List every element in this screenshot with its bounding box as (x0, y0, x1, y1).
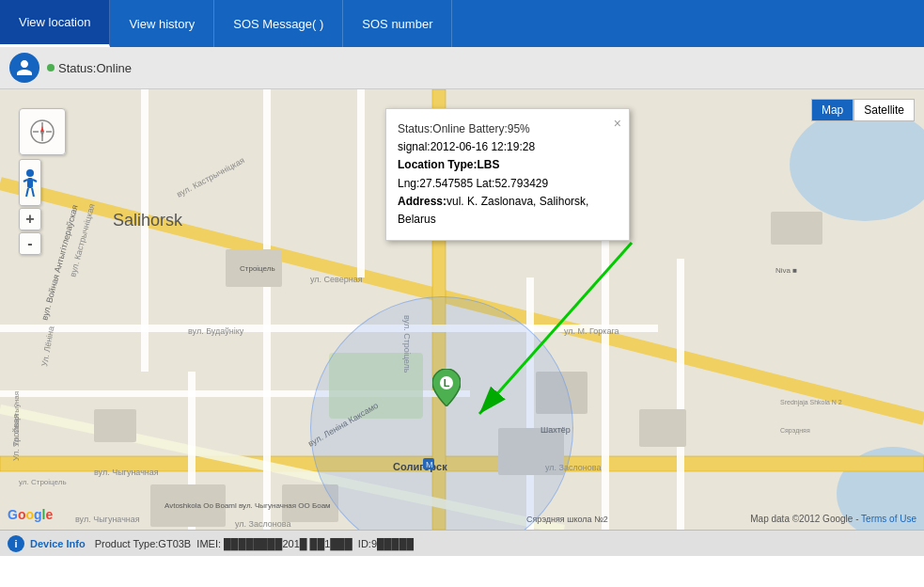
svg-line-72 (32, 188, 34, 197)
svg-text:вул. Чыгуначная: вул. Чыгуначная (75, 515, 140, 524)
tab-sos-message[interactable]: SOS Message( ) (214, 0, 343, 47)
map-footer: Map data ©2012 Google - Terms of Use (750, 514, 916, 524)
terms-of-use-link[interactable]: Terms of Use (861, 514, 916, 524)
map-controls: + - (19, 108, 66, 255)
svg-text:Salihorsk: Salihorsk (113, 211, 183, 230)
svg-rect-10 (263, 89, 271, 530)
tab-view-location[interactable]: View location (0, 0, 110, 47)
location-marker: L (432, 369, 461, 409)
popup-signal: signal:2012-06-16 12:19:28 (398, 138, 618, 156)
svg-text:вул. Чыгуначная: вул. Чыгуначная (94, 468, 159, 477)
svg-point-67 (26, 169, 34, 177)
svg-rect-7 (0, 325, 658, 332)
map-toggle-button[interactable]: Map (811, 99, 854, 121)
id-value: ID:9█████ (358, 538, 414, 549)
popup-status: Status:Online Battery:95% (398, 120, 618, 138)
svg-line-69 (23, 180, 27, 182)
svg-text:ул. Северная: ул. Северная (310, 275, 363, 284)
google-logo: Google (8, 507, 53, 522)
zoom-out-button[interactable]: - (19, 232, 41, 255)
status-bar: Status:Online (0, 47, 924, 89)
svg-rect-22 (771, 212, 822, 245)
bottom-bar: i Device Info Product Type:GT03B IMEI: █… (0, 530, 924, 556)
product-type: Product Type:GT03B (95, 538, 192, 549)
popup-location-type: Location Type:LBS (398, 156, 618, 174)
tab-sos-number[interactable]: SOS number (343, 0, 452, 47)
svg-text:Ул. Спартыўная: Ул. Спартыўная (12, 391, 21, 447)
map-container[interactable]: вул. Войная Антыгітлераўская вул. Леніна… (0, 89, 924, 530)
user-icon (15, 58, 34, 77)
svg-text:Сярэдняя: Сярэдняя (780, 427, 810, 435)
svg-text:ул. М. Горкага: ул. М. Горкага (564, 326, 619, 336)
popup-close-button[interactable]: × (614, 113, 621, 134)
svg-text:вул. Будаўніку: вул. Будаўніку (188, 326, 244, 336)
svg-rect-68 (27, 178, 33, 188)
popup-coordinates: Lng:27.547585 Lat:52.793429 (398, 175, 618, 193)
svg-text:L: L (444, 377, 450, 389)
map-satellite-toggle: Map Satellite (811, 99, 915, 121)
svg-marker-65 (40, 126, 44, 132)
svg-rect-23 (94, 409, 136, 442)
zoom-in-button[interactable]: + (19, 208, 41, 230)
street-view-control[interactable] (19, 159, 41, 206)
svg-rect-15 (677, 259, 684, 530)
svg-line-70 (33, 180, 37, 182)
info-popup: × Status:Online Battery:95% signal:2012-… (385, 108, 630, 241)
svg-text:ул. Строіцель: ул. Строіцель (19, 478, 67, 486)
avatar (9, 53, 39, 83)
info-icon: i (8, 535, 24, 552)
navbar: View location View history SOS Message( … (0, 0, 924, 47)
svg-marker-66 (40, 132, 44, 137)
popup-address: Address:vul. K. Zaslonava, Salihorsk, Be… (398, 193, 618, 229)
device-info-label[interactable]: Device Info (30, 538, 86, 549)
svg-text:Srednjaja Shkola N 2: Srednjaja Shkola N 2 (780, 399, 842, 406)
svg-rect-9 (141, 89, 149, 372)
imei-value: IMEI: ████████201█ ██1███ (196, 538, 352, 549)
status-text: Status:Online (58, 61, 132, 75)
satellite-toggle-button[interactable]: Satellite (854, 99, 915, 121)
svg-line-71 (26, 188, 28, 197)
svg-text:ул. Заслонова: ул. Заслонова (235, 519, 291, 529)
svg-rect-11 (357, 89, 365, 278)
svg-text:Niva ■: Niva ■ (775, 266, 797, 275)
status-dot (47, 64, 55, 71)
svg-text:Строіцель: Строіцель (240, 264, 275, 273)
svg-rect-14 (602, 230, 609, 530)
tab-view-history[interactable]: View history (110, 0, 214, 47)
svg-rect-21 (639, 409, 686, 447)
svg-text:Avtoshkola Oo Boaml вул. Чыгун: Avtoshkola Oo Boaml вул. Чыгуначная ОО Б… (164, 501, 331, 510)
compass-control[interactable] (19, 108, 66, 155)
